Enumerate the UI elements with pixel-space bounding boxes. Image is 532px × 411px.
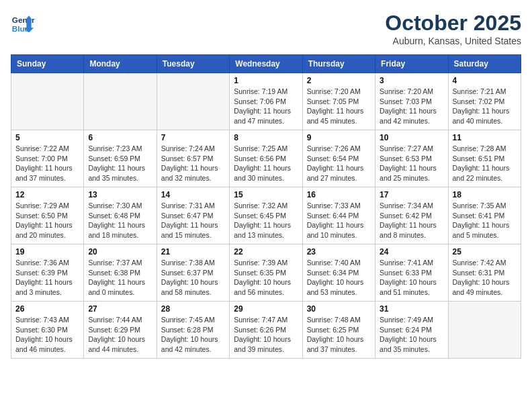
day-number: 14 <box>161 190 225 199</box>
day-number: 31 <box>380 304 443 314</box>
calendar-cell: 8Sunrise: 7:25 AMSunset: 6:56 PMDaylight… <box>230 130 302 187</box>
day-number: 16 <box>307 190 371 199</box>
calendar-cell: 6Sunrise: 7:23 AMSunset: 6:59 PMDaylight… <box>84 130 157 187</box>
day-info: Sunrise: 7:22 AMSunset: 7:00 PMDaylight:… <box>15 144 79 183</box>
day-info: Sunrise: 7:39 AMSunset: 6:35 PMDaylight:… <box>234 258 298 298</box>
day-info: Sunrise: 7:27 AMSunset: 6:53 PMDaylight:… <box>380 144 443 183</box>
calendar-cell: 20Sunrise: 7:37 AMSunset: 6:38 PMDayligh… <box>84 244 157 302</box>
calendar-cell <box>448 302 521 359</box>
day-info: Sunrise: 7:33 AMSunset: 6:44 PMDaylight:… <box>307 201 371 240</box>
day-info: Sunrise: 7:36 AMSunset: 6:39 PMDaylight:… <box>15 258 79 298</box>
page-header: General Blue October 2025 Auburn, Kansas… <box>11 11 521 46</box>
weekday-header-wednesday: Wednesday <box>230 55 302 73</box>
day-info: Sunrise: 7:35 AMSunset: 6:41 PMDaylight:… <box>453 201 517 240</box>
day-number: 5 <box>15 133 79 142</box>
weekday-header-row: SundayMondayTuesdayWednesdayThursdayFrid… <box>11 55 521 73</box>
calendar-cell: 14Sunrise: 7:31 AMSunset: 6:47 PMDayligh… <box>157 187 229 244</box>
calendar-cell: 30Sunrise: 7:48 AMSunset: 6:25 PMDayligh… <box>302 302 375 359</box>
day-number: 24 <box>380 247 443 257</box>
calendar-cell: 15Sunrise: 7:32 AMSunset: 6:45 PMDayligh… <box>230 187 302 244</box>
calendar-week-row: 5Sunrise: 7:22 AMSunset: 7:00 PMDaylight… <box>11 130 521 187</box>
calendar-cell: 24Sunrise: 7:41 AMSunset: 6:33 PMDayligh… <box>375 244 448 302</box>
day-number: 17 <box>380 190 443 199</box>
calendar-week-row: 1Sunrise: 7:19 AMSunset: 7:06 PMDaylight… <box>11 73 521 130</box>
day-info: Sunrise: 7:30 AMSunset: 6:48 PMDaylight:… <box>88 201 152 240</box>
day-number: 4 <box>453 76 517 85</box>
day-info: Sunrise: 7:31 AMSunset: 6:47 PMDaylight:… <box>161 201 225 240</box>
day-info: Sunrise: 7:28 AMSunset: 6:51 PMDaylight:… <box>453 144 517 183</box>
calendar-cell: 1Sunrise: 7:19 AMSunset: 7:06 PMDaylight… <box>230 73 302 130</box>
calendar-cell: 26Sunrise: 7:43 AMSunset: 6:30 PMDayligh… <box>11 302 84 359</box>
day-info: Sunrise: 7:20 AMSunset: 7:05 PMDaylight:… <box>307 87 371 126</box>
day-number: 23 <box>307 247 371 257</box>
day-info: Sunrise: 7:20 AMSunset: 7:03 PMDaylight:… <box>380 87 443 126</box>
calendar-week-row: 19Sunrise: 7:36 AMSunset: 6:39 PMDayligh… <box>11 244 521 302</box>
calendar-cell: 23Sunrise: 7:40 AMSunset: 6:34 PMDayligh… <box>302 244 375 302</box>
day-number: 22 <box>234 247 298 257</box>
weekday-header-tuesday: Tuesday <box>157 55 229 73</box>
calendar-cell: 31Sunrise: 7:49 AMSunset: 6:24 PMDayligh… <box>375 302 448 359</box>
calendar-cell: 28Sunrise: 7:45 AMSunset: 6:28 PMDayligh… <box>157 302 229 359</box>
calendar-cell: 12Sunrise: 7:29 AMSunset: 6:50 PMDayligh… <box>11 187 84 244</box>
day-info: Sunrise: 7:42 AMSunset: 6:31 PMDaylight:… <box>453 258 517 298</box>
calendar-cell: 10Sunrise: 7:27 AMSunset: 6:53 PMDayligh… <box>375 130 448 187</box>
logo: General Blue <box>11 11 35 35</box>
day-info: Sunrise: 7:40 AMSunset: 6:34 PMDaylight:… <box>307 258 371 298</box>
day-info: Sunrise: 7:37 AMSunset: 6:38 PMDaylight:… <box>88 258 152 298</box>
calendar-cell: 22Sunrise: 7:39 AMSunset: 6:35 PMDayligh… <box>230 244 302 302</box>
calendar-cell <box>11 73 84 130</box>
day-info: Sunrise: 7:44 AMSunset: 6:29 PMDaylight:… <box>88 315 152 355</box>
day-info: Sunrise: 7:49 AMSunset: 6:24 PMDaylight:… <box>380 315 443 355</box>
calendar-cell: 27Sunrise: 7:44 AMSunset: 6:29 PMDayligh… <box>84 302 157 359</box>
day-info: Sunrise: 7:19 AMSunset: 7:06 PMDaylight:… <box>234 87 298 126</box>
day-number: 8 <box>234 133 298 142</box>
day-number: 21 <box>161 247 225 257</box>
weekday-header-monday: Monday <box>84 55 157 73</box>
day-number: 7 <box>161 133 225 142</box>
calendar-week-row: 12Sunrise: 7:29 AMSunset: 6:50 PMDayligh… <box>11 187 521 244</box>
day-info: Sunrise: 7:26 AMSunset: 6:54 PMDaylight:… <box>307 144 371 183</box>
calendar-cell: 4Sunrise: 7:21 AMSunset: 7:02 PMDaylight… <box>448 73 521 130</box>
day-number: 26 <box>15 304 79 314</box>
day-number: 10 <box>380 133 443 142</box>
day-info: Sunrise: 7:41 AMSunset: 6:33 PMDaylight:… <box>380 258 443 298</box>
logo-icon: General Blue <box>11 11 35 35</box>
day-info: Sunrise: 7:47 AMSunset: 6:26 PMDaylight:… <box>234 315 298 355</box>
day-info: Sunrise: 7:32 AMSunset: 6:45 PMDaylight:… <box>234 201 298 240</box>
day-number: 11 <box>453 133 517 142</box>
calendar-cell: 18Sunrise: 7:35 AMSunset: 6:41 PMDayligh… <box>448 187 521 244</box>
calendar-cell: 7Sunrise: 7:24 AMSunset: 6:57 PMDaylight… <box>157 130 229 187</box>
calendar-cell: 25Sunrise: 7:42 AMSunset: 6:31 PMDayligh… <box>448 244 521 302</box>
calendar-cell: 11Sunrise: 7:28 AMSunset: 6:51 PMDayligh… <box>448 130 521 187</box>
calendar-cell: 13Sunrise: 7:30 AMSunset: 6:48 PMDayligh… <box>84 187 157 244</box>
calendar-cell <box>157 73 229 130</box>
calendar-week-row: 26Sunrise: 7:43 AMSunset: 6:30 PMDayligh… <box>11 302 521 359</box>
day-number: 6 <box>88 133 152 142</box>
day-number: 18 <box>453 190 517 199</box>
weekday-header-thursday: Thursday <box>302 55 375 73</box>
day-number: 27 <box>88 304 152 314</box>
calendar: SundayMondayTuesdayWednesdayThursdayFrid… <box>11 54 521 359</box>
location: Auburn, Kansas, United States <box>385 36 521 46</box>
calendar-cell: 29Sunrise: 7:47 AMSunset: 6:26 PMDayligh… <box>230 302 302 359</box>
day-info: Sunrise: 7:48 AMSunset: 6:25 PMDaylight:… <box>307 315 371 355</box>
day-number: 9 <box>307 133 371 142</box>
day-number: 15 <box>234 190 298 199</box>
day-info: Sunrise: 7:43 AMSunset: 6:30 PMDaylight:… <box>15 315 79 355</box>
day-number: 1 <box>234 76 298 85</box>
calendar-cell: 9Sunrise: 7:26 AMSunset: 6:54 PMDaylight… <box>302 130 375 187</box>
title-block: October 2025 Auburn, Kansas, United Stat… <box>385 11 521 46</box>
day-info: Sunrise: 7:23 AMSunset: 6:59 PMDaylight:… <box>88 144 152 183</box>
day-number: 28 <box>161 304 225 314</box>
calendar-cell: 5Sunrise: 7:22 AMSunset: 7:00 PMDaylight… <box>11 130 84 187</box>
day-number: 12 <box>15 190 79 199</box>
day-info: Sunrise: 7:38 AMSunset: 6:37 PMDaylight:… <box>161 258 225 298</box>
day-number: 29 <box>234 304 298 314</box>
day-number: 25 <box>453 247 517 257</box>
day-info: Sunrise: 7:24 AMSunset: 6:57 PMDaylight:… <box>161 144 225 183</box>
day-number: 3 <box>380 76 443 85</box>
month-title: October 2025 <box>385 11 521 36</box>
calendar-cell: 2Sunrise: 7:20 AMSunset: 7:05 PMDaylight… <box>302 73 375 130</box>
weekday-header-saturday: Saturday <box>448 55 521 73</box>
day-number: 13 <box>88 190 152 199</box>
